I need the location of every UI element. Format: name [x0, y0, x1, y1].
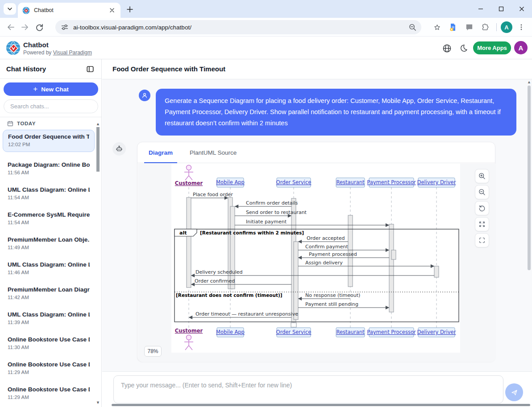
- activation-bar: [348, 215, 353, 287]
- address-bar[interactable]: ai-toolbox.visual-paradigm.com/app/chatb…: [55, 20, 421, 34]
- extensions-button[interactable]: [478, 20, 492, 34]
- dark-mode-toggle[interactable]: [458, 42, 470, 54]
- alt-guard-2: [Restaurant does not confirm (timeout)]: [176, 292, 283, 298]
- chrome-profile-avatar[interactable]: A: [501, 21, 512, 33]
- zoom-level-badge: 78%: [144, 346, 162, 357]
- close-window-button[interactable]: [511, 0, 532, 18]
- chat-history-item[interactable]: Online Bookstore Use Case D...11:29 AM: [3, 383, 95, 405]
- powered-by: Powered by Visual Paradigm: [23, 49, 92, 56]
- participant-label[interactable]: Customer: [175, 328, 203, 334]
- chat-history-item[interactable]: Food Order Sequence with Ti...12:02 PM: [3, 130, 95, 152]
- reset-view-button[interactable]: [475, 201, 489, 215]
- back-button[interactable]: [4, 20, 18, 34]
- message-label: No response (timeout): [305, 292, 360, 298]
- expand-button[interactable]: [475, 217, 489, 231]
- chat-history-item[interactable]: UML Class Diagram: Online L...11:46 AM: [3, 258, 95, 280]
- zoom-in-button[interactable]: [475, 169, 489, 183]
- bookmark-star-button[interactable]: [430, 20, 444, 34]
- fullscreen-button[interactable]: [475, 233, 489, 247]
- docs-offline-extension[interactable]: [446, 20, 460, 34]
- send-button[interactable]: [505, 383, 523, 401]
- panel-toggle-icon: [86, 65, 94, 73]
- participant-label[interactable]: Restaurant: [337, 329, 365, 335]
- chat-item-time: 11:54 AM: [8, 220, 90, 225]
- app-header: Chatbot Powered by Visual Paradigm More …: [0, 37, 532, 59]
- reload-button[interactable]: [32, 20, 46, 34]
- reload-icon: [35, 23, 44, 32]
- message-input[interactable]: [113, 375, 503, 403]
- tab-plantuml-source[interactable]: PlantUML Source: [185, 142, 241, 163]
- participant-label[interactable]: Payment Processor: [367, 179, 416, 185]
- more-apps-button[interactable]: More Apps: [473, 41, 511, 54]
- sidebar-scroll-down-arrow[interactable]: ▼: [96, 400, 100, 405]
- sidebar-scroll-up-arrow[interactable]: ▲: [96, 122, 100, 126]
- tab-close-button[interactable]: [108, 6, 116, 14]
- chat-history-item[interactable]: UML Class Diagram: Online L...11:39 AM: [3, 308, 95, 330]
- chat-item-time: 11:29 AM: [8, 370, 90, 375]
- sidebar-header: Chat History: [0, 59, 102, 79]
- new-tab-button[interactable]: [125, 4, 135, 14]
- minimize-icon: [478, 6, 483, 12]
- tab-diagram[interactable]: Diagram: [144, 142, 177, 163]
- collapse-sidebar-button[interactable]: [85, 64, 96, 74]
- participant-label[interactable]: Payment Processor: [367, 329, 416, 335]
- zoom-out-button[interactable]: [475, 185, 489, 199]
- chat-history-item[interactable]: Online Bookstore Use Case D...11:29 AM: [3, 358, 95, 380]
- activation-bar: [187, 197, 191, 288]
- search-chats-input[interactable]: [4, 99, 98, 113]
- sidebar-title: Chat History: [6, 65, 46, 73]
- forward-arrow-icon: [21, 23, 29, 32]
- browser-tab[interactable]: Chatbot: [18, 3, 121, 18]
- page-titlebar: Food Order Sequence with Timeout: [102, 59, 532, 79]
- activation-end-marker: [291, 323, 296, 327]
- participant-label[interactable]: Mobile App: [216, 329, 245, 335]
- participant-label[interactable]: Mobile App: [216, 179, 245, 185]
- visual-paradigm-link[interactable]: Visual Paradigm: [53, 49, 92, 56]
- chat-history-item[interactable]: PremiumMember Loan Diagr...11:42 AM: [3, 283, 95, 305]
- participant-label[interactable]: Delivery Driver: [417, 329, 456, 335]
- chat-item-time: 11:30 AM: [8, 345, 90, 350]
- diagram-viewport[interactable]: alt[Restaurant confirms within 2 minutes…: [138, 164, 495, 362]
- main-scroll-up-arrow[interactable]: ▲: [527, 80, 531, 84]
- actor-head: [187, 335, 191, 340]
- message-label: Assign delivery: [305, 260, 343, 266]
- tab-strip: Chatbot: [0, 0, 532, 18]
- message-label: Payment processed: [309, 251, 357, 257]
- today-section-header: TODAY: [7, 120, 36, 127]
- minimize-button[interactable]: [470, 0, 491, 18]
- chat-history-item[interactable]: PremiumMember Loan Obje...11:49 AM: [3, 233, 95, 255]
- chat-history-list: Food Order Sequence with Ti...12:02 PMPa…: [0, 128, 99, 407]
- forward-button[interactable]: [18, 20, 32, 34]
- chat-history-item[interactable]: E-Commerce SysML Require...11:54 AM: [3, 208, 95, 230]
- chat-item-title: Food Order Sequence with Ti...: [8, 133, 89, 140]
- toolbar-separator: [496, 23, 497, 31]
- participant-label[interactable]: Restaurant: [337, 179, 365, 185]
- new-chat-button[interactable]: +New Chat: [4, 82, 98, 96]
- user-avatar[interactable]: A: [514, 41, 528, 54]
- participant-label[interactable]: Delivery Driver: [417, 179, 456, 185]
- chrome-menu-button[interactable]: [514, 20, 528, 34]
- calendar-icon: [7, 120, 13, 127]
- comment-extension[interactable]: [462, 20, 476, 34]
- participant-label[interactable]: Order Service: [276, 329, 312, 335]
- chat-item-title: Online Bookstore Use Case D...: [8, 386, 90, 393]
- chat-scroll-area[interactable]: Generate a Sequence Diagram for placing …: [102, 79, 532, 371]
- chat-item-time: 11:46 AM: [8, 270, 90, 275]
- chat-item-title: PremiumMember Loan Obje...: [8, 236, 90, 243]
- maximize-button[interactable]: [491, 0, 511, 18]
- sidebar-scrollbar[interactable]: [96, 127, 100, 172]
- chevron-down-icon: [7, 6, 13, 12]
- horizontal-scrollbar[interactable]: [112, 404, 530, 406]
- url-text: ai-toolbox.visual-paradigm.com/app/chatb…: [73, 24, 408, 31]
- chat-history-item[interactable]: Online Bookstore Use Case D...11:30 AM: [3, 333, 95, 355]
- tab-search-button[interactable]: [4, 3, 16, 15]
- chat-history-item[interactable]: UML Class Diagram: Online L...11:54 AM: [3, 183, 95, 206]
- message-label: Initiate payment: [246, 219, 287, 225]
- activation-bar: [294, 242, 298, 320]
- language-button[interactable]: [441, 42, 453, 54]
- participant-label[interactable]: Order Service: [276, 179, 312, 185]
- participant-label[interactable]: Customer: [175, 180, 203, 186]
- main-scrollbar[interactable]: [528, 86, 531, 270]
- zoom-out-page-icon[interactable]: [408, 23, 417, 32]
- chat-history-item[interactable]: Package Diagram: Online Bo...11:56 AM: [3, 158, 95, 181]
